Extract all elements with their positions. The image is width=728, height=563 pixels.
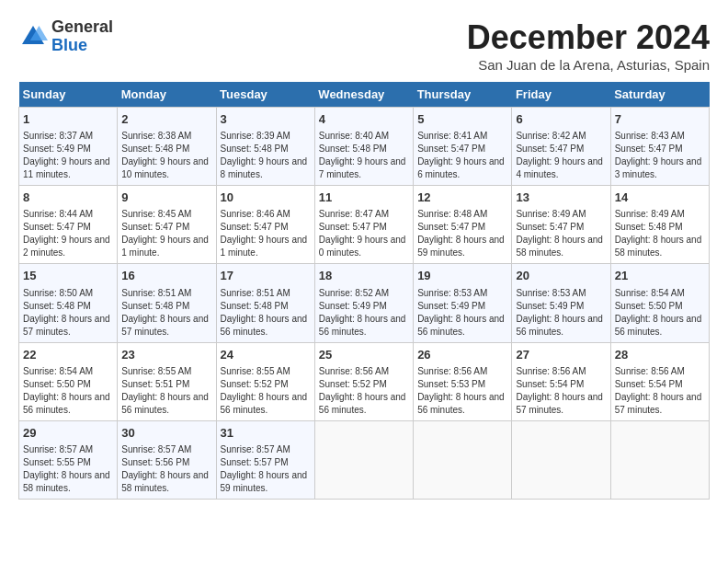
- calendar-cell: [610, 420, 709, 499]
- day-number: 28: [615, 347, 705, 363]
- day-number: 12: [417, 190, 507, 206]
- day-number: 4: [319, 111, 409, 128]
- calendar-cell: [314, 420, 413, 499]
- calendar-cell: 14Sunrise: 8:49 AM Sunset: 5:48 PM Dayli…: [610, 186, 709, 264]
- header-row: Sunday Monday Tuesday Wednesday Thursday…: [19, 82, 710, 108]
- calendar-cell: 29Sunrise: 8:57 AM Sunset: 5:55 PM Dayli…: [19, 420, 118, 499]
- calendar-cell: 12Sunrise: 8:48 AM Sunset: 5:47 PM Dayli…: [414, 186, 512, 264]
- day-number: 2: [121, 111, 211, 128]
- calendar-table: Sunday Monday Tuesday Wednesday Thursday…: [18, 82, 710, 500]
- calendar-cell: [414, 420, 512, 499]
- header-tuesday: Tuesday: [216, 82, 314, 108]
- day-number: 13: [516, 190, 606, 206]
- day-info: Sunrise: 8:49 AM Sunset: 5:47 PM Dayligh…: [516, 208, 606, 259]
- calendar-cell: 19Sunrise: 8:53 AM Sunset: 5:49 PM Dayli…: [414, 264, 512, 342]
- day-info: Sunrise: 8:55 AM Sunset: 5:51 PM Dayligh…: [121, 365, 211, 417]
- calendar-cell: 3Sunrise: 8:39 AM Sunset: 5:48 PM Daylig…: [216, 108, 314, 186]
- calendar-week-1: 1Sunrise: 8:37 AM Sunset: 5:49 PM Daylig…: [19, 108, 710, 186]
- day-number: 15: [23, 268, 113, 284]
- calendar-cell: 6Sunrise: 8:42 AM Sunset: 5:47 PM Daylig…: [512, 108, 610, 186]
- header-friday: Friday: [512, 82, 610, 108]
- calendar-cell: 8Sunrise: 8:44 AM Sunset: 5:47 PM Daylig…: [19, 186, 118, 264]
- calendar-cell: 22Sunrise: 8:54 AM Sunset: 5:50 PM Dayli…: [19, 342, 118, 420]
- calendar-cell: 21Sunrise: 8:54 AM Sunset: 5:50 PM Dayli…: [610, 264, 709, 342]
- calendar-cell: 23Sunrise: 8:55 AM Sunset: 5:51 PM Dayli…: [118, 342, 216, 420]
- header-saturday: Saturday: [610, 82, 709, 108]
- day-info: Sunrise: 8:43 AM Sunset: 5:47 PM Dayligh…: [615, 130, 705, 181]
- day-info: Sunrise: 8:52 AM Sunset: 5:49 PM Dayligh…: [319, 287, 409, 339]
- calendar-week-4: 22Sunrise: 8:54 AM Sunset: 5:50 PM Dayli…: [19, 342, 710, 420]
- day-info: Sunrise: 8:41 AM Sunset: 5:47 PM Dayligh…: [417, 130, 507, 181]
- day-number: 30: [121, 425, 211, 442]
- day-number: 8: [23, 190, 113, 206]
- day-number: 29: [23, 425, 113, 442]
- calendar-cell: 1Sunrise: 8:37 AM Sunset: 5:49 PM Daylig…: [19, 108, 118, 186]
- day-number: 20: [516, 268, 606, 284]
- calendar-cell: 7Sunrise: 8:43 AM Sunset: 5:47 PM Daylig…: [610, 108, 709, 186]
- calendar-cell: 28Sunrise: 8:56 AM Sunset: 5:54 PM Dayli…: [610, 342, 709, 420]
- calendar-cell: 2Sunrise: 8:38 AM Sunset: 5:48 PM Daylig…: [118, 108, 216, 186]
- day-number: 24: [221, 347, 311, 363]
- calendar-cell: 31Sunrise: 8:57 AM Sunset: 5:57 PM Dayli…: [216, 420, 314, 499]
- calendar-cell: 27Sunrise: 8:56 AM Sunset: 5:54 PM Dayli…: [512, 342, 610, 420]
- day-info: Sunrise: 8:57 AM Sunset: 5:56 PM Dayligh…: [121, 443, 211, 495]
- day-number: 22: [23, 347, 113, 363]
- day-info: Sunrise: 8:37 AM Sunset: 5:49 PM Dayligh…: [23, 130, 113, 181]
- day-number: 6: [516, 111, 606, 128]
- day-info: Sunrise: 8:56 AM Sunset: 5:52 PM Dayligh…: [319, 365, 409, 417]
- day-info: Sunrise: 8:40 AM Sunset: 5:48 PM Dayligh…: [319, 130, 409, 181]
- month-title: December 2024: [467, 18, 710, 57]
- day-number: 10: [221, 190, 311, 206]
- calendar-cell: 9Sunrise: 8:45 AM Sunset: 5:47 PM Daylig…: [118, 186, 216, 264]
- day-number: 14: [615, 190, 705, 206]
- day-number: 1: [23, 111, 113, 128]
- header-thursday: Thursday: [414, 82, 512, 108]
- calendar-cell: 26Sunrise: 8:56 AM Sunset: 5:53 PM Dayli…: [414, 342, 512, 420]
- calendar-cell: 18Sunrise: 8:52 AM Sunset: 5:49 PM Dayli…: [314, 264, 413, 342]
- calendar-cell: 10Sunrise: 8:46 AM Sunset: 5:47 PM Dayli…: [216, 186, 314, 264]
- logo-text: General Blue: [51, 18, 113, 55]
- day-number: 3: [221, 111, 311, 128]
- logo-icon: [18, 22, 48, 52]
- calendar-cell: 20Sunrise: 8:53 AM Sunset: 5:49 PM Dayli…: [512, 264, 610, 342]
- day-info: Sunrise: 8:54 AM Sunset: 5:50 PM Dayligh…: [23, 365, 113, 417]
- day-info: Sunrise: 8:42 AM Sunset: 5:47 PM Dayligh…: [516, 130, 606, 181]
- day-info: Sunrise: 8:57 AM Sunset: 5:57 PM Dayligh…: [221, 443, 311, 495]
- day-info: Sunrise: 8:53 AM Sunset: 5:49 PM Dayligh…: [516, 287, 606, 339]
- day-number: 26: [417, 347, 507, 363]
- day-info: Sunrise: 8:44 AM Sunset: 5:47 PM Dayligh…: [23, 208, 113, 259]
- day-info: Sunrise: 8:56 AM Sunset: 5:54 PM Dayligh…: [615, 365, 705, 417]
- location: San Juan de la Arena, Asturias, Spain: [467, 57, 710, 73]
- day-number: 27: [516, 347, 606, 363]
- header-sunday: Sunday: [19, 82, 118, 108]
- calendar-cell: 30Sunrise: 8:57 AM Sunset: 5:56 PM Dayli…: [118, 420, 216, 499]
- day-info: Sunrise: 8:39 AM Sunset: 5:48 PM Dayligh…: [221, 130, 311, 181]
- calendar-cell: 17Sunrise: 8:51 AM Sunset: 5:48 PM Dayli…: [216, 264, 314, 342]
- calendar-cell: 11Sunrise: 8:47 AM Sunset: 5:47 PM Dayli…: [314, 186, 413, 264]
- day-number: 7: [615, 111, 705, 128]
- calendar-cell: 15Sunrise: 8:50 AM Sunset: 5:48 PM Dayli…: [19, 264, 118, 342]
- day-number: 16: [121, 268, 211, 284]
- calendar-week-2: 8Sunrise: 8:44 AM Sunset: 5:47 PM Daylig…: [19, 186, 710, 264]
- calendar-week-5: 29Sunrise: 8:57 AM Sunset: 5:55 PM Dayli…: [19, 420, 710, 499]
- day-info: Sunrise: 8:46 AM Sunset: 5:47 PM Dayligh…: [221, 208, 311, 259]
- calendar-cell: 24Sunrise: 8:55 AM Sunset: 5:52 PM Dayli…: [216, 342, 314, 420]
- day-number: 31: [221, 425, 311, 442]
- day-info: Sunrise: 8:53 AM Sunset: 5:49 PM Dayligh…: [417, 287, 507, 339]
- day-number: 18: [319, 268, 409, 284]
- calendar-cell: 4Sunrise: 8:40 AM Sunset: 5:48 PM Daylig…: [314, 108, 413, 186]
- title-area: December 2024 San Juan de la Arena, Astu…: [467, 18, 710, 73]
- day-number: 5: [417, 111, 507, 128]
- calendar-cell: 16Sunrise: 8:51 AM Sunset: 5:48 PM Dayli…: [118, 264, 216, 342]
- day-info: Sunrise: 8:51 AM Sunset: 5:48 PM Dayligh…: [221, 287, 311, 339]
- header-wednesday: Wednesday: [314, 82, 413, 108]
- day-info: Sunrise: 8:38 AM Sunset: 5:48 PM Dayligh…: [121, 130, 211, 181]
- day-number: 19: [417, 268, 507, 284]
- header-monday: Monday: [118, 82, 216, 108]
- day-info: Sunrise: 8:47 AM Sunset: 5:47 PM Dayligh…: [319, 208, 409, 259]
- day-info: Sunrise: 8:54 AM Sunset: 5:50 PM Dayligh…: [615, 287, 705, 339]
- day-number: 9: [121, 190, 211, 206]
- calendar-cell: 13Sunrise: 8:49 AM Sunset: 5:47 PM Dayli…: [512, 186, 610, 264]
- day-info: Sunrise: 8:48 AM Sunset: 5:47 PM Dayligh…: [417, 208, 507, 259]
- calendar-cell: 5Sunrise: 8:41 AM Sunset: 5:47 PM Daylig…: [414, 108, 512, 186]
